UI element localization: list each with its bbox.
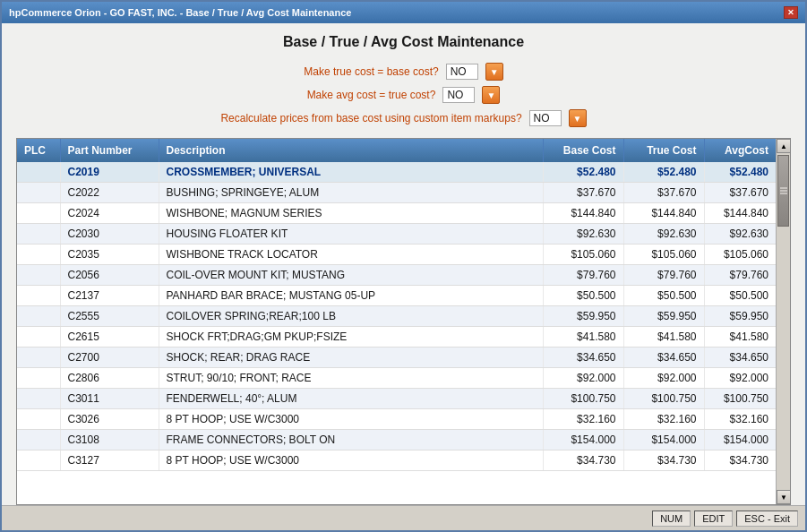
close-button[interactable]: ✕ (784, 6, 798, 19)
table-cell: FENDERWELL; 40°; ALUM (159, 389, 543, 409)
col-header-partnum: Part Number (60, 139, 159, 162)
table-cell (17, 409, 60, 430)
table-cell: $37.670 (704, 183, 776, 203)
option-input-true-cost[interactable] (446, 64, 478, 80)
status-esc[interactable]: ESC - Exit (736, 511, 798, 527)
table-cell (17, 286, 60, 306)
cost-table: PLC Part Number Description Base Cost Tr… (17, 139, 776, 471)
table-cell (17, 265, 60, 286)
table-body: C2019CROSSMEMBER; UNIVERSAL$52.480$52.48… (17, 162, 776, 471)
table-cell: BUSHING; SPRINGEYE; ALUM (159, 183, 543, 203)
table-cell: C2137 (60, 286, 159, 306)
status-num: NUM (652, 511, 691, 527)
table-cell: $92.000 (623, 368, 704, 389)
table-row[interactable]: C30268 PT HOOP; USE W/C3000$32.160$32.16… (17, 409, 776, 430)
data-table-container: PLC Part Number Description Base Cost Tr… (16, 138, 791, 505)
window-title: hpCommerce Orion - GO FAST, INC. - Base … (9, 7, 351, 18)
table-cell: WISHBONE; MAGNUM SERIES (159, 203, 543, 224)
main-content: Base / True / Avg Cost Maintenance Make … (2, 23, 805, 505)
table-cell: $100.750 (543, 389, 623, 409)
option-input-recalculate[interactable] (529, 110, 562, 126)
table-header-row: PLC Part Number Description Base Cost Tr… (17, 139, 776, 162)
title-bar-controls: ✕ (784, 6, 798, 19)
table-cell: C2615 (60, 327, 159, 348)
table-row[interactable]: C2019CROSSMEMBER; UNIVERSAL$52.480$52.48… (17, 162, 776, 183)
table-row[interactable]: C2024WISHBONE; MAGNUM SERIES$144.840$144… (17, 203, 776, 224)
option-dropdown-avg-cost[interactable]: ▼ (482, 86, 500, 104)
table-cell: C3108 (60, 430, 159, 450)
table-cell: C2035 (60, 245, 159, 265)
option-dropdown-recalculate[interactable]: ▼ (569, 109, 587, 127)
option-dropdown-true-cost[interactable]: ▼ (485, 63, 503, 81)
table-cell: $34.650 (704, 348, 776, 368)
table-cell: $52.480 (623, 162, 704, 183)
col-header-description: Description (159, 139, 543, 162)
table-cell: C2024 (60, 203, 159, 224)
table-cell: 8 PT HOOP; USE W/C3000 (159, 450, 543, 471)
table-row[interactable]: C2035WISHBONE TRACK LOCATOR$105.060$105.… (17, 245, 776, 265)
table-cell: $92.000 (543, 368, 623, 389)
table-row[interactable]: C2022BUSHING; SPRINGEYE; ALUM$37.670$37.… (17, 183, 776, 203)
table-cell: $92.630 (704, 224, 776, 245)
table-row[interactable]: C2700SHOCK; REAR; DRAG RACE$34.650$34.65… (17, 348, 776, 368)
table-cell: C2022 (60, 183, 159, 203)
table-cell: $37.670 (623, 183, 704, 203)
table-cell: C3026 (60, 409, 159, 430)
table-cell: $154.000 (543, 430, 623, 450)
scroll-up-button[interactable]: ▲ (777, 139, 791, 153)
table-cell (17, 348, 60, 368)
table-cell: HOUSING FLOATER KIT (159, 224, 543, 245)
table-row[interactable]: C2056COIL-OVER MOUNT KIT; MUSTANG$79.760… (17, 265, 776, 286)
scroll-up-icon: ▲ (780, 142, 787, 150)
table-scroll-area[interactable]: PLC Part Number Description Base Cost Tr… (17, 139, 776, 504)
table-cell: SHOCK; REAR; DRAG RACE (159, 348, 543, 368)
option-input-avg-cost[interactable] (442, 87, 475, 103)
table-cell: C2019 (60, 162, 159, 183)
table-cell (17, 327, 60, 348)
table-row[interactable]: C2030HOUSING FLOATER KIT$92.630$92.630$9… (17, 224, 776, 245)
table-cell (17, 224, 60, 245)
scroll-thumb-grip (780, 190, 787, 192)
table-cell (17, 450, 60, 471)
table-cell: $52.480 (704, 162, 776, 183)
table-row[interactable]: C2137PANHARD BAR BRACE; MUSTANG 05-UP$50… (17, 286, 776, 306)
scroll-down-icon: ▼ (780, 493, 787, 502)
table-cell (17, 368, 60, 389)
table-cell: $34.730 (704, 450, 776, 471)
table-cell: $92.630 (543, 224, 623, 245)
table-row[interactable]: C3011FENDERWELL; 40°; ALUM$100.750$100.7… (17, 389, 776, 409)
scroll-down-button[interactable]: ▼ (777, 490, 791, 504)
scroll-track[interactable] (777, 153, 790, 490)
option-label-avg-cost: Make avg cost = true cost? (307, 89, 436, 101)
table-cell: $79.760 (543, 265, 623, 286)
table-cell: C2030 (60, 224, 159, 245)
table-cell: $59.950 (704, 306, 776, 327)
table-cell: $50.500 (543, 286, 623, 306)
option-row-recalculate: Recalculate prices from base cost using … (220, 109, 586, 127)
table-cell: C2806 (60, 368, 159, 389)
table-cell: $41.580 (543, 327, 623, 348)
table-row[interactable]: C3108FRAME CONNECTORS; BOLT ON$154.000$1… (17, 430, 776, 450)
table-cell: $154.000 (623, 430, 704, 450)
table-cell: $34.650 (543, 348, 623, 368)
table-cell: $34.650 (623, 348, 704, 368)
table-cell: C3127 (60, 450, 159, 471)
table-cell (17, 245, 60, 265)
table-cell: $105.060 (623, 245, 704, 265)
table-row[interactable]: C2806STRUT; 90/10; FRONT; RACE$92.000$92… (17, 368, 776, 389)
table-cell (17, 162, 60, 183)
table-cell: $50.500 (704, 286, 776, 306)
main-window: hpCommerce Orion - GO FAST, INC. - Base … (0, 0, 807, 532)
vertical-scrollbar: ▲ ▼ (776, 139, 790, 504)
scroll-thumb[interactable] (777, 155, 789, 227)
table-cell: $144.840 (704, 203, 776, 224)
table-cell: $52.480 (543, 162, 623, 183)
table-row[interactable]: C2615SHOCK FRT;DRAG;GM PKUP;FSIZE$41.580… (17, 327, 776, 348)
table-cell: FRAME CONNECTORS; BOLT ON (159, 430, 543, 450)
table-cell: CROSSMEMBER; UNIVERSAL (159, 162, 543, 183)
table-row[interactable]: C31278 PT HOOP; USE W/C3000$34.730$34.73… (17, 450, 776, 471)
table-cell: $92.000 (704, 368, 776, 389)
dropdown-icon-recalculate: ▼ (573, 114, 582, 124)
table-row[interactable]: C2555COILOVER SPRING;REAR;100 LB$59.950$… (17, 306, 776, 327)
table-cell: COILOVER SPRING;REAR;100 LB (159, 306, 543, 327)
